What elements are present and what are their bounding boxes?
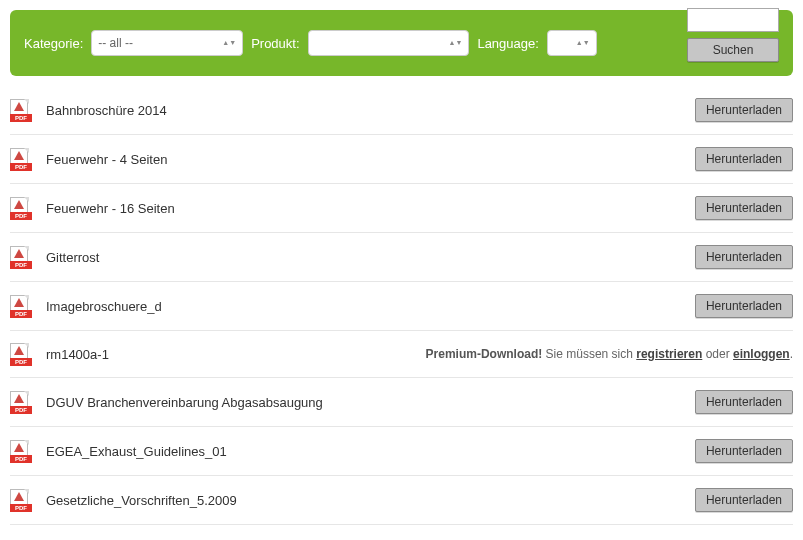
download-button[interactable]: Herunterladen [695,439,793,463]
premium-badge: Premium-Download! [426,347,543,361]
document-list: PDF Bahnbroschüre 2014 Herunterladen PDF… [10,86,793,525]
doc-title: Gitterrost [46,250,99,265]
download-button[interactable]: Herunterladen [695,390,793,414]
download-button[interactable]: Herunterladen [695,294,793,318]
doc-title: DGUV Branchenvereinbarung Abgasabsaugung [46,395,323,410]
doc-title: rm1400a-1 [46,347,109,362]
pdf-icon: PDF [10,148,30,170]
language-select[interactable]: ▲▼ [547,30,597,56]
download-button[interactable]: Herunterladen [695,98,793,122]
register-link[interactable]: registrieren [636,347,702,361]
doc-title: EGEA_Exhaust_Guidelines_01 [46,444,227,459]
search-button[interactable]: Suchen [687,38,779,62]
pdf-icon: PDF [10,391,30,413]
pdf-icon: PDF [10,343,30,365]
product-select[interactable]: ▲▼ [308,30,470,56]
download-button[interactable]: Herunterladen [695,245,793,269]
list-item: PDF Feuerwehr - 4 Seiten Herunterladen [10,135,793,184]
pdf-icon: PDF [10,197,30,219]
pdf-icon: PDF [10,489,30,511]
pdf-icon: PDF [10,295,30,317]
premium-message: Premium-Download! Sie müssen sich regist… [426,347,793,361]
list-item: PDF Bahnbroschüre 2014 Herunterladen [10,86,793,135]
list-item: PDF rm1400a-1 Premium-Download! Sie müss… [10,331,793,378]
doc-title: Feuerwehr - 16 Seiten [46,201,175,216]
category-label: Kategorie: [24,36,83,51]
pdf-icon: PDF [10,99,30,121]
doc-title: Bahnbroschüre 2014 [46,103,167,118]
pdf-icon: PDF [10,440,30,462]
chevron-updown-icon: ▲▼ [576,40,590,46]
list-item: PDF Imagebroschuere_d Herunterladen [10,282,793,331]
product-label: Produkt: [251,36,299,51]
search-column: Suchen [687,8,779,62]
download-button[interactable]: Herunterladen [695,147,793,171]
filter-bar: Kategorie: -- all -- ▲▼ Produkt: ▲▼ Lang… [10,10,793,76]
download-button[interactable]: Herunterladen [695,196,793,220]
list-item: PDF Gesetzliche_Vorschriften_5.2009 Heru… [10,476,793,525]
pdf-icon: PDF [10,246,30,268]
list-item: PDF Gitterrost Herunterladen [10,233,793,282]
download-button[interactable]: Herunterladen [695,488,793,512]
doc-title: Gesetzliche_Vorschriften_5.2009 [46,493,237,508]
list-item: PDF EGEA_Exhaust_Guidelines_01 Herunterl… [10,427,793,476]
search-input[interactable] [687,8,779,32]
chevron-updown-icon: ▲▼ [449,40,463,46]
chevron-updown-icon: ▲▼ [222,40,236,46]
login-link[interactable]: einloggen [733,347,790,361]
doc-title: Feuerwehr - 4 Seiten [46,152,167,167]
list-item: PDF DGUV Branchenvereinbarung Abgasabsau… [10,378,793,427]
language-label: Language: [477,36,538,51]
doc-title: Imagebroschuere_d [46,299,162,314]
list-item: PDF Feuerwehr - 16 Seiten Herunterladen [10,184,793,233]
category-select[interactable]: -- all -- ▲▼ [91,30,243,56]
